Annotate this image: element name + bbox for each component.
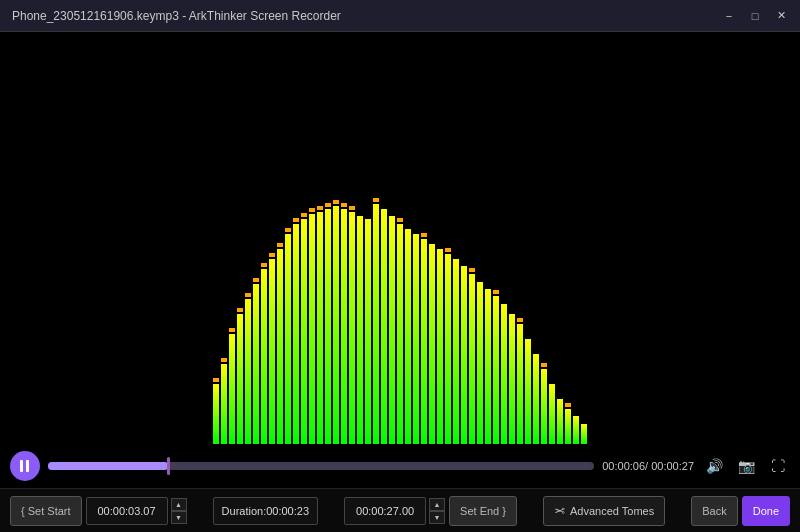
scissors-icon: ✂ <box>554 503 565 518</box>
bar-peak-marker <box>229 328 235 332</box>
waveform-bar <box>493 124 499 444</box>
waveform-bar <box>565 124 571 444</box>
bar-peak-marker <box>469 268 475 272</box>
play-pause-button[interactable] <box>10 451 40 481</box>
bar-body <box>213 384 219 444</box>
bar-body <box>453 259 459 444</box>
waveform-bar <box>509 124 515 444</box>
bar-body <box>357 216 363 444</box>
done-button[interactable]: Done <box>742 496 790 526</box>
bar-body <box>581 424 587 444</box>
bottom-toolbar: { Set Start ▲ ▼ Duration:00:00:23 ▲ ▼ Se… <box>0 488 800 532</box>
bar-body <box>469 274 475 444</box>
waveform-bar <box>397 124 403 444</box>
bar-body <box>493 296 499 444</box>
bar-body <box>525 339 531 444</box>
waveform-bar <box>309 124 315 444</box>
advanced-trimmer-button[interactable]: ✂ Advanced Tomes <box>543 496 665 526</box>
seek-bar[interactable] <box>48 462 594 470</box>
start-time-up[interactable]: ▲ <box>171 498 187 511</box>
bar-body <box>381 209 387 444</box>
bar-peak-marker <box>325 203 331 207</box>
end-time-up[interactable]: ▲ <box>429 498 445 511</box>
minimize-button[interactable]: − <box>718 6 740 26</box>
waveform-bar <box>477 124 483 444</box>
volume-button[interactable]: 🔊 <box>702 454 726 478</box>
bar-body <box>309 214 315 444</box>
start-time-down[interactable]: ▼ <box>171 511 187 524</box>
seek-bar-thumb[interactable] <box>167 457 170 475</box>
bar-body <box>293 224 299 444</box>
waveform-bar <box>365 124 371 444</box>
bar-peak-marker <box>517 318 523 322</box>
duration-group: Duration:00:00:23 <box>213 497 318 525</box>
waveform-area <box>0 32 800 444</box>
start-time-spinner: ▲ ▼ <box>171 498 187 524</box>
pause-bar-right <box>26 460 29 472</box>
waveform-bar <box>429 124 435 444</box>
waveform-bar <box>461 124 467 444</box>
waveform-bar <box>269 124 275 444</box>
bar-peak-marker <box>301 213 307 217</box>
waveform-bar <box>525 124 531 444</box>
main-content: 00:00:06/ 00:00:27 🔊 📷 ⛶ <box>0 32 800 488</box>
waveform-bars <box>213 124 587 444</box>
set-end-button[interactable]: Set End } <box>449 496 517 526</box>
waveform-bar <box>549 124 555 444</box>
bar-body <box>349 212 355 444</box>
bar-body <box>477 282 483 444</box>
waveform-bar <box>381 124 387 444</box>
waveform-bar <box>301 124 307 444</box>
waveform-bar <box>213 124 219 444</box>
waveform-bar <box>437 124 443 444</box>
bar-body <box>389 216 395 444</box>
waveform-bar <box>517 124 523 444</box>
waveform-bar <box>293 124 299 444</box>
bar-peak-marker <box>565 403 571 407</box>
bar-peak-marker <box>341 203 347 207</box>
waveform-bar <box>533 124 539 444</box>
close-button[interactable]: ✕ <box>770 6 792 26</box>
waveform-bar <box>581 124 587 444</box>
waveform-bar <box>285 124 291 444</box>
bar-peak-marker <box>397 218 403 222</box>
bar-body <box>501 304 507 444</box>
bar-peak-marker <box>213 378 219 382</box>
bar-body <box>261 269 267 444</box>
bar-body <box>277 249 283 444</box>
maximize-button[interactable]: □ <box>744 6 766 26</box>
bar-body <box>461 266 467 444</box>
back-button[interactable]: Back <box>691 496 737 526</box>
bar-body <box>221 364 227 444</box>
fullscreen-button[interactable]: ⛶ <box>766 454 790 478</box>
controls-row: 00:00:06/ 00:00:27 🔊 📷 ⛶ <box>0 444 800 488</box>
bar-body <box>397 224 403 444</box>
waveform-bar <box>341 124 347 444</box>
waveform-bar <box>541 124 547 444</box>
window-controls: − □ ✕ <box>718 6 792 26</box>
waveform-bar <box>421 124 427 444</box>
bar-body <box>485 289 491 444</box>
bar-body <box>445 254 451 444</box>
bar-peak-marker <box>493 290 499 294</box>
end-time-input[interactable] <box>344 497 426 525</box>
end-time-spinner: ▲ ▼ <box>429 498 445 524</box>
screenshot-button[interactable]: 📷 <box>734 454 758 478</box>
bar-body <box>285 234 291 444</box>
waveform-bar <box>357 124 363 444</box>
bar-body <box>253 284 259 444</box>
duration-display: Duration:00:00:23 <box>213 497 318 525</box>
start-time-input[interactable] <box>86 497 168 525</box>
seek-bar-fill <box>48 462 168 470</box>
waveform-bar <box>277 124 283 444</box>
waveform-bar <box>445 124 451 444</box>
set-start-button[interactable]: { Set Start <box>10 496 82 526</box>
bar-body <box>405 229 411 444</box>
waveform-bar <box>389 124 395 444</box>
waveform-bar <box>557 124 563 444</box>
bar-body <box>565 409 571 444</box>
advanced-group: ✂ Advanced Tomes <box>543 496 665 526</box>
start-group: { Set Start ▲ ▼ <box>10 496 187 526</box>
waveform-bar <box>317 124 323 444</box>
end-time-down[interactable]: ▼ <box>429 511 445 524</box>
